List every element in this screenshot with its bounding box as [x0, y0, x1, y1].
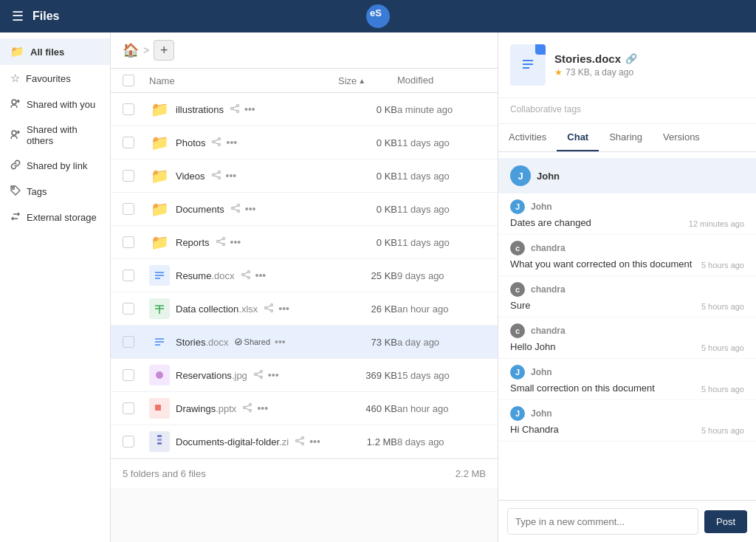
topbar-logo: eS	[366, 4, 390, 28]
file-icon: 📁	[149, 132, 170, 153]
sidebar-item-shared-with-you[interactable]: Shared with you	[0, 92, 110, 117]
file-actions: •••	[241, 270, 267, 282]
more-actions-icon[interactable]: •••	[245, 203, 256, 215]
chat-time: 5 hours ago	[701, 385, 744, 394]
more-actions-icon[interactable]: •••	[275, 336, 286, 348]
row-checkbox[interactable]	[123, 402, 134, 414]
more-actions-icon[interactable]: •••	[226, 170, 237, 182]
file-row[interactable]: Resume.docx ••• 25 KB 9 days ago	[111, 259, 498, 292]
menu-icon[interactable]: ☰	[12, 8, 24, 24]
chat-sender-name: John	[531, 367, 552, 377]
add-file-button[interactable]: +	[154, 40, 174, 61]
file-table-header: Name Size ▲ Modified	[111, 69, 498, 93]
share-action-icon[interactable]	[230, 103, 240, 116]
row-checkbox[interactable]	[123, 103, 134, 115]
file-size-cell: 0 KB	[338, 137, 397, 148]
svg-line-12	[233, 109, 236, 110]
tab-versions[interactable]: Versions	[653, 124, 710, 151]
file-name-cell: Data collection.xlsx •••	[149, 298, 338, 319]
home-breadcrumb-icon[interactable]: 🏠	[123, 42, 139, 58]
row-checkbox[interactable]	[123, 270, 134, 281]
more-actions-icon[interactable]: •••	[226, 137, 237, 148]
svg-line-61	[256, 371, 260, 373]
row-checkbox[interactable]	[123, 436, 134, 447]
chat-block: J John Hi Chandra 5 hours ago	[498, 400, 756, 442]
file-row[interactable]: Documents-digital-folder.zi ••• 1.2 MB 8…	[111, 425, 498, 459]
more-actions-icon[interactable]: •••	[255, 270, 267, 281]
share-action-icon[interactable]	[211, 137, 221, 149]
sidebar-item-shared-by-link[interactable]: Shared by link	[0, 153, 110, 179]
sidebar-label-tags: Tags	[27, 186, 47, 197]
chat-message: Hi Chandra 5 hours ago	[498, 422, 756, 441]
svg-point-23	[237, 204, 239, 206]
header-size[interactable]: Size ▲	[338, 75, 397, 86]
file-row[interactable]: 📁 Reports ••• 0 KB 11 days ago	[111, 226, 498, 259]
file-icon	[149, 365, 170, 385]
row-checkbox[interactable]	[123, 203, 134, 215]
more-actions-icon[interactable]: •••	[230, 236, 241, 248]
topbar: ☰ Files eS	[0, 0, 756, 32]
sidebar-item-shared-with-others[interactable]: Shared with others	[0, 117, 110, 153]
file-name-cell: 📁 Photos •••	[149, 132, 338, 153]
sidebar-item-external-storage[interactable]: External storage	[0, 205, 110, 230]
share-action-icon[interactable]	[211, 170, 221, 182]
file-row[interactable]: Stories.docx Shared ••• 73 KB a day ago	[111, 326, 498, 359]
more-actions-icon[interactable]: •••	[278, 303, 289, 315]
post-button[interactable]: Post	[704, 510, 747, 533]
file-link-icon[interactable]: 🔗	[625, 53, 637, 64]
share-action-icon[interactable]	[241, 270, 251, 282]
share-action-icon[interactable]	[253, 369, 264, 382]
file-row[interactable]: 📁 illustrations ••• 0 KB a minute ago	[111, 93, 498, 126]
sidebar-item-tags[interactable]: Tags	[0, 179, 110, 205]
row-checkbox[interactable]	[123, 303, 134, 315]
row-checkbox[interactable]	[123, 137, 134, 148]
file-name-cell: Documents-digital-folder.zi •••	[149, 431, 338, 452]
comment-input[interactable]	[507, 508, 698, 535]
file-row[interactable]: Data collection.xlsx ••• 26 KB an hour a…	[111, 292, 498, 326]
sidebar-item-favourites[interactable]: ☆ Favourites	[0, 65, 110, 92]
chat-message-row: Dates are changed 12 minutes ago	[510, 217, 744, 228]
tab-activities[interactable]: Activities	[498, 124, 557, 151]
share-action-icon[interactable]	[295, 436, 305, 448]
file-star-icon[interactable]: ★	[554, 67, 563, 78]
chat-sender-row: J John	[498, 193, 756, 216]
tab-chat[interactable]: Chat	[557, 124, 599, 151]
file-icon: 📁	[149, 165, 170, 186]
row-checkbox[interactable]	[123, 170, 134, 182]
file-row[interactable]: 📁 Documents ••• 0 KB 11 days ago	[111, 193, 498, 226]
share-action-icon[interactable]	[230, 203, 241, 216]
more-actions-icon[interactable]: •••	[268, 369, 279, 381]
file-rows-container: 📁 illustrations ••• 0 KB a minute ago 📁 …	[111, 93, 498, 459]
share-action-icon[interactable]	[264, 303, 274, 315]
row-checkbox[interactable]	[123, 369, 134, 381]
file-name-text: Photos	[176, 137, 205, 148]
sidebar: 📁 All files ☆ Favourites Shared with you…	[0, 32, 111, 542]
tab-sharing[interactable]: Sharing	[599, 124, 653, 151]
row-checkbox[interactable]	[123, 236, 134, 248]
chat-avatar-john: J	[510, 165, 531, 186]
file-actions: •••	[211, 137, 237, 149]
share-action-icon[interactable]	[242, 402, 252, 415]
more-actions-icon[interactable]: •••	[244, 103, 255, 115]
svg-point-37	[247, 270, 250, 272]
svg-line-49	[267, 305, 271, 306]
share-action-icon[interactable]	[216, 236, 226, 249]
svg-point-58	[260, 370, 262, 372]
row-checkbox[interactable]	[123, 336, 134, 348]
more-actions-icon[interactable]: •••	[309, 436, 320, 447]
chat-text: Hello John	[510, 341, 695, 352]
chat-user-header: J John	[498, 158, 756, 193]
file-count-summary: 5 folders and 6 files	[123, 468, 206, 479]
select-all-checkbox[interactable]	[123, 75, 134, 86]
file-row[interactable]: Reservations.jpg ••• 369 KB 15 days ago	[111, 359, 498, 392]
file-actions: •••	[216, 236, 241, 249]
file-meta: Stories.docx 🔗 ★ 73 KB, a day ago	[554, 52, 744, 78]
chat-message: What you want corrected on this document…	[498, 257, 756, 275]
file-row[interactable]: Drawings.pptx ••• 460 KB an hour ago	[111, 392, 498, 425]
more-actions-icon[interactable]: •••	[257, 402, 268, 414]
file-row[interactable]: 📁 Photos ••• 0 KB 11 days ago	[111, 126, 498, 159]
file-modified-cell: an hour ago	[397, 403, 486, 414]
sidebar-item-all-files[interactable]: 📁 All files	[0, 38, 110, 65]
file-name-cell: Stories.docx Shared •••	[149, 332, 338, 352]
file-row[interactable]: 📁 Videos ••• 0 KB 11 days ago	[111, 159, 498, 193]
